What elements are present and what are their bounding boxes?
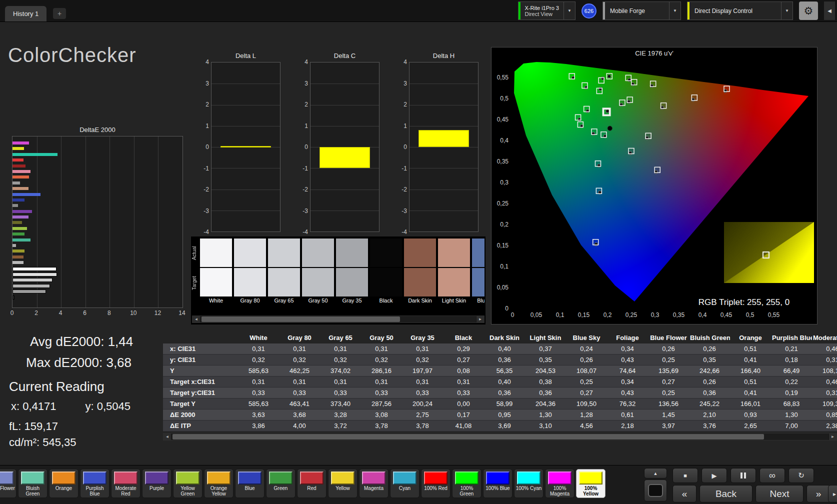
scroll-right-icon[interactable]: ► <box>476 316 484 322</box>
scroll-left-icon[interactable]: ◄ <box>192 316 200 322</box>
swatch-strip-scrollbar[interactable]: ◄ ► <box>192 316 484 323</box>
display-control-selector[interactable]: Direct Display Control ▼ <box>687 2 793 20</box>
repeat-button[interactable]: ↻ <box>788 468 814 483</box>
refresh-icon: ↻ <box>798 471 804 480</box>
patch-button-yellow[interactable]: Yellow <box>328 469 358 498</box>
actual-swatch <box>336 238 368 267</box>
patch-button-blue[interactable]: Blue <box>235 469 264 498</box>
stop-button[interactable]: ■ <box>672 468 698 483</box>
de2000-bar <box>12 176 29 178</box>
table-cell: 0,43 <box>607 354 648 366</box>
patch-label: Yellow Green <box>174 486 202 496</box>
patch-label: 100% Blue <box>484 486 512 491</box>
scrollbar-thumb[interactable] <box>172 434 764 440</box>
meter-selector[interactable]: X-Rite i1Pro 3 Direct View ▼ <box>518 2 576 20</box>
table-scrollbar[interactable]: ◄ ► <box>163 433 837 440</box>
chevron-down-icon[interactable]: ▼ <box>669 2 680 20</box>
app-window: History 1 + X-Rite i1Pro 3 Direct View ▼… <box>0 0 837 504</box>
patch-button-100-blue[interactable]: 100% Blue <box>483 469 512 498</box>
table-cell: 3,86 <box>238 420 279 432</box>
patch-button-orange-yellow[interactable]: Orange Yellow <box>204 469 234 498</box>
chevron-down-icon[interactable]: ▼ <box>564 2 575 20</box>
swatch-column: Black <box>370 238 402 310</box>
axis-tick-label: 4 <box>304 58 308 66</box>
patch-button-orange[interactable]: Orange <box>49 469 78 498</box>
deltae2000-plot <box>12 136 183 308</box>
axis-tick-label: 0,4 <box>500 137 508 144</box>
pattern-window-button[interactable] <box>644 480 667 502</box>
de2000-bar <box>12 204 18 207</box>
play-button[interactable]: ▶ <box>702 468 727 483</box>
column-header: White <box>238 332 279 344</box>
tab-history-1[interactable]: History 1 <box>5 6 46 22</box>
scroll-right-edge-button[interactable]: ▸ <box>828 485 837 502</box>
table-cell: 74,64 <box>607 366 648 376</box>
gear-icon: ⚙ <box>804 5 814 17</box>
swatch-label: Black <box>370 298 402 304</box>
patch-swatch <box>52 472 76 484</box>
patch-label: Green <box>266 486 295 491</box>
axis-tick-label: 3 <box>304 80 308 87</box>
new-tab-button[interactable]: + <box>53 8 66 19</box>
patch-button-100-cyan[interactable]: 100% Cyan <box>514 469 544 498</box>
patch-button-bluish-green[interactable]: Bluish Green <box>18 469 48 498</box>
scrollbar-track[interactable] <box>172 434 828 440</box>
patch-button-cyan[interactable]: Cyan <box>390 469 420 498</box>
scroll-right-icon[interactable]: ► <box>829 434 836 440</box>
de2000-bar <box>12 256 24 258</box>
row-label: Target y:CIE31 <box>163 388 238 398</box>
patch-label: Yellow <box>328 486 357 491</box>
swatch-label: Light Skin <box>438 298 470 304</box>
meter-label: X-Rite i1Pro 3 Direct View <box>520 2 564 20</box>
continuous-button[interactable]: ∞ <box>760 468 785 483</box>
scrollbar-thumb[interactable] <box>202 316 400 322</box>
next-button[interactable]: Next <box>756 485 804 502</box>
scroll-up-button[interactable]: ▲ <box>644 468 667 478</box>
table-cell: 2,75 <box>402 410 443 420</box>
patch-button-purplish-blue[interactable]: Purplish Blue <box>80 469 110 498</box>
axis-tick-label: 2 <box>34 310 38 316</box>
patch-button-moderate-red[interactable]: Moderate Red <box>111 469 140 498</box>
patch-swatch <box>362 472 386 484</box>
patch-button-green[interactable]: Green <box>266 469 296 498</box>
settings-button[interactable]: ⚙ <box>799 2 818 20</box>
de2000-bar <box>12 244 16 247</box>
table-cell: 0,24 <box>566 344 607 354</box>
table-cell: 462,25 <box>279 366 320 376</box>
collapse-panel-button[interactable]: ◀ <box>824 2 835 20</box>
patch-button-yellow-green[interactable]: Yellow Green <box>173 469 202 498</box>
back-button[interactable]: Back <box>700 485 752 502</box>
table-cell: 3,78 <box>402 420 443 432</box>
patch-button-100-red[interactable]: 100% Red <box>421 469 450 498</box>
table-cell: 66,49 <box>771 366 812 376</box>
axis-tick-label: 1 <box>206 122 209 130</box>
patch-button-100-green[interactable]: 100% Green <box>452 469 482 498</box>
table-cell: 0,31 <box>320 344 361 354</box>
patch-button-100-magenta[interactable]: 100% Magenta <box>545 469 574 498</box>
next-chevron-button[interactable]: » <box>806 485 830 502</box>
meter-name: X-Rite i1Pro 3 <box>525 5 559 11</box>
scrollbar-track[interactable] <box>200 316 476 322</box>
measured-point <box>627 100 630 104</box>
patch-button-blue-flower[interactable]: Blue Flower <box>0 469 16 498</box>
patch-button-purple[interactable]: Purple <box>142 469 172 498</box>
target-swatch <box>268 268 300 296</box>
patch-button-red[interactable]: Red <box>297 469 326 498</box>
pause-button[interactable] <box>730 468 756 483</box>
patch-button-100-yellow[interactable]: 100% Yellow <box>576 469 606 498</box>
pattern-source-selector[interactable]: Mobile Forge ▼ <box>602 2 681 20</box>
axis-tick-label: 0,15 <box>497 242 509 249</box>
table-cell: 0,34 <box>607 344 648 354</box>
chevron-down-icon[interactable]: ▼ <box>781 2 792 20</box>
patch-button-magenta[interactable]: Magenta <box>359 469 388 498</box>
patch-swatch <box>114 472 138 484</box>
axis-tick-label: 0 <box>206 144 209 150</box>
scroll-left-icon[interactable]: ◄ <box>164 434 171 440</box>
double-chevron-right-icon: » <box>816 488 822 500</box>
axis-tick-label: 2 <box>304 101 308 108</box>
measurement-controls: ■ ▶ ∞ ↻ <box>672 468 814 483</box>
table-cell: 0,36 <box>484 354 525 366</box>
table-cell: 108,16 <box>812 366 837 376</box>
play-icon: ▶ <box>712 472 717 480</box>
back-chevron-button[interactable]: « <box>672 485 696 502</box>
